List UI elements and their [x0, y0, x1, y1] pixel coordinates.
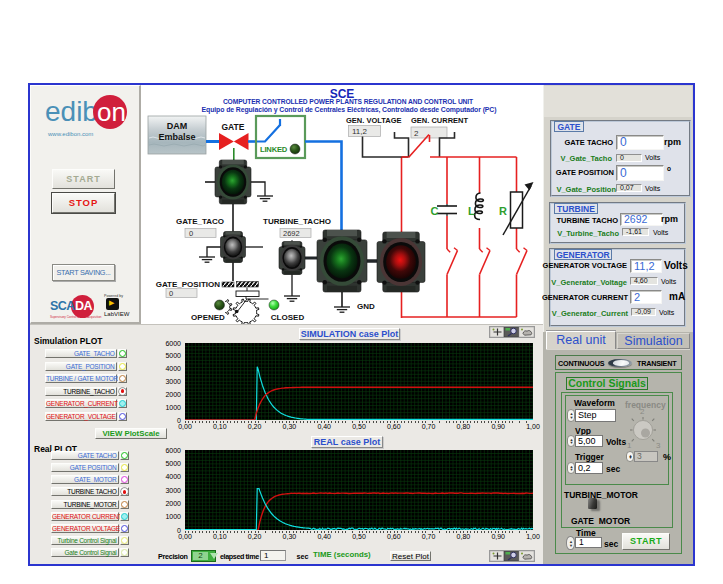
svg-text:L: L [468, 205, 475, 217]
svg-text:DAM: DAM [167, 121, 188, 131]
svg-text:GATE: GATE [222, 122, 245, 132]
svg-text:GEN. VOLTAGE: GEN. VOLTAGE [346, 116, 402, 125]
svg-text:0: 0 [189, 229, 193, 238]
svg-text:R: R [499, 205, 507, 217]
svg-text:GATE_TACO: GATE_TACO [176, 217, 224, 226]
svg-text:TURBINE_TACHO: TURBINE_TACHO [263, 217, 331, 226]
svg-text:GATE_POSITION: GATE_POSITION [156, 280, 221, 289]
svg-text:0: 0 [169, 289, 173, 298]
svg-text:C: C [431, 205, 439, 217]
svg-text:2692: 2692 [283, 229, 300, 238]
svg-text:LINKED: LINKED [260, 145, 288, 154]
svg-text:Embalse: Embalse [158, 132, 195, 142]
svg-text:GEN. CURRENT: GEN. CURRENT [411, 116, 469, 125]
svg-text:11,2: 11,2 [352, 127, 368, 136]
svg-text:OPENED: OPENED [191, 313, 225, 322]
svg-text:2: 2 [414, 129, 419, 138]
svg-text:GND: GND [357, 302, 375, 311]
svg-text:CLOSED: CLOSED [271, 313, 305, 322]
